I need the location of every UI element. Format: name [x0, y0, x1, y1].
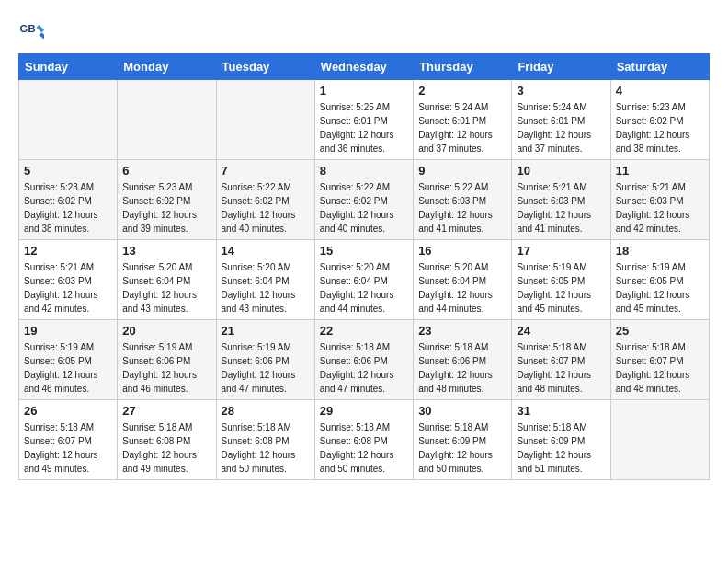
day-info: Sunrise: 5:21 AMSunset: 6:03 PMDaylight:… [517, 180, 605, 236]
day-info: Sunrise: 5:20 AMSunset: 6:04 PMDaylight:… [122, 260, 210, 316]
calendar-cell: 20Sunrise: 5:19 AMSunset: 6:06 PMDayligh… [118, 320, 216, 400]
calendar-cell: 2Sunrise: 5:24 AMSunset: 6:01 PMDaylight… [414, 80, 512, 160]
calendar-cell: 23Sunrise: 5:18 AMSunset: 6:06 PMDayligh… [414, 320, 512, 400]
day-number: 27 [122, 404, 210, 418]
day-number: 24 [517, 324, 605, 338]
calendar-cell: 11Sunrise: 5:21 AMSunset: 6:03 PMDayligh… [610, 160, 709, 240]
calendar-week-5: 26Sunrise: 5:18 AMSunset: 6:07 PMDayligh… [19, 400, 710, 480]
calendar-cell: 25Sunrise: 5:18 AMSunset: 6:07 PMDayligh… [610, 320, 709, 400]
day-number: 1 [320, 84, 408, 98]
day-info: Sunrise: 5:19 AMSunset: 6:06 PMDaylight:… [122, 340, 210, 396]
day-number: 20 [122, 324, 210, 338]
day-info: Sunrise: 5:19 AMSunset: 6:06 PMDaylight:… [222, 340, 310, 396]
calendar-week-3: 12Sunrise: 5:21 AMSunset: 6:03 PMDayligh… [19, 240, 710, 320]
day-number: 15 [320, 244, 408, 258]
day-info: Sunrise: 5:19 AMSunset: 6:05 PMDaylight:… [517, 260, 605, 316]
calendar-cell: 16Sunrise: 5:20 AMSunset: 6:04 PMDayligh… [414, 240, 512, 320]
day-number: 5 [24, 164, 112, 178]
day-info: Sunrise: 5:25 AMSunset: 6:01 PMDaylight:… [320, 100, 408, 155]
day-info: Sunrise: 5:23 AMSunset: 6:02 PMDaylight:… [122, 180, 210, 236]
calendar-cell: 31Sunrise: 5:18 AMSunset: 6:09 PMDayligh… [512, 400, 610, 480]
day-info: Sunrise: 5:22 AMSunset: 6:02 PMDaylight:… [320, 180, 408, 236]
calendar-cell: 14Sunrise: 5:20 AMSunset: 6:04 PMDayligh… [216, 240, 314, 320]
calendar-cell: 1Sunrise: 5:25 AMSunset: 6:01 PMDaylight… [314, 80, 413, 160]
calendar-week-4: 19Sunrise: 5:19 AMSunset: 6:05 PMDayligh… [19, 320, 710, 400]
day-info: Sunrise: 5:18 AMSunset: 6:09 PMDaylight:… [418, 420, 506, 476]
calendar-cell: 4Sunrise: 5:23 AMSunset: 6:02 PMDaylight… [610, 80, 709, 160]
weekday-header-monday: Monday [118, 54, 216, 80]
day-info: Sunrise: 5:18 AMSunset: 6:06 PMDaylight:… [418, 340, 506, 396]
logo: G B [18, 18, 48, 44]
calendar-cell [19, 80, 118, 160]
day-number: 11 [616, 164, 704, 178]
day-info: Sunrise: 5:18 AMSunset: 6:07 PMDaylight:… [616, 340, 704, 396]
weekday-header-saturday: Saturday [610, 54, 709, 80]
day-number: 29 [320, 404, 408, 418]
calendar-header-row: SundayMondayTuesdayWednesdayThursdayFrid… [19, 54, 710, 80]
day-number: 6 [122, 164, 210, 178]
day-number: 21 [222, 324, 310, 338]
day-info: Sunrise: 5:22 AMSunset: 6:02 PMDaylight:… [222, 180, 310, 236]
calendar-table: SundayMondayTuesdayWednesdayThursdayFrid… [18, 53, 710, 480]
calendar-cell: 29Sunrise: 5:18 AMSunset: 6:08 PMDayligh… [314, 400, 413, 480]
calendar-cell: 8Sunrise: 5:22 AMSunset: 6:02 PMDaylight… [314, 160, 413, 240]
day-number: 16 [418, 244, 506, 258]
day-info: Sunrise: 5:23 AMSunset: 6:02 PMDaylight:… [616, 100, 704, 155]
day-number: 25 [616, 324, 704, 338]
calendar-week-2: 5Sunrise: 5:23 AMSunset: 6:02 PMDaylight… [19, 160, 710, 240]
day-number: 17 [517, 244, 605, 258]
svg-marker-3 [39, 32, 44, 39]
calendar-cell: 10Sunrise: 5:21 AMSunset: 6:03 PMDayligh… [512, 160, 610, 240]
day-info: Sunrise: 5:21 AMSunset: 6:03 PMDaylight:… [616, 180, 704, 236]
calendar-cell: 9Sunrise: 5:22 AMSunset: 6:03 PMDaylight… [414, 160, 512, 240]
day-number: 8 [320, 164, 408, 178]
day-number: 28 [222, 404, 310, 418]
day-number: 7 [222, 164, 310, 178]
calendar-cell [118, 80, 216, 160]
weekday-header-tuesday: Tuesday [216, 54, 314, 80]
weekday-header-wednesday: Wednesday [314, 54, 413, 80]
day-number: 26 [24, 404, 112, 418]
day-number: 30 [418, 404, 506, 418]
day-info: Sunrise: 5:20 AMSunset: 6:04 PMDaylight:… [418, 260, 506, 316]
calendar-cell: 18Sunrise: 5:19 AMSunset: 6:05 PMDayligh… [610, 240, 709, 320]
day-info: Sunrise: 5:18 AMSunset: 6:09 PMDaylight:… [517, 420, 605, 476]
day-number: 14 [222, 244, 310, 258]
calendar-cell: 13Sunrise: 5:20 AMSunset: 6:04 PMDayligh… [118, 240, 216, 320]
calendar-cell: 15Sunrise: 5:20 AMSunset: 6:04 PMDayligh… [314, 240, 413, 320]
calendar-body: 1Sunrise: 5:25 AMSunset: 6:01 PMDaylight… [19, 80, 710, 480]
day-info: Sunrise: 5:18 AMSunset: 6:08 PMDaylight:… [122, 420, 210, 476]
weekday-header-friday: Friday [512, 54, 610, 80]
calendar-cell: 21Sunrise: 5:19 AMSunset: 6:06 PMDayligh… [216, 320, 314, 400]
day-info: Sunrise: 5:23 AMSunset: 6:02 PMDaylight:… [24, 180, 112, 236]
calendar-cell: 30Sunrise: 5:18 AMSunset: 6:09 PMDayligh… [414, 400, 512, 480]
day-number: 13 [122, 244, 210, 258]
day-number: 4 [616, 84, 704, 98]
day-info: Sunrise: 5:18 AMSunset: 6:06 PMDaylight:… [320, 340, 408, 396]
calendar-cell: 24Sunrise: 5:18 AMSunset: 6:07 PMDayligh… [512, 320, 610, 400]
calendar-week-1: 1Sunrise: 5:25 AMSunset: 6:01 PMDaylight… [19, 80, 710, 160]
day-info: Sunrise: 5:20 AMSunset: 6:04 PMDaylight:… [320, 260, 408, 316]
day-info: Sunrise: 5:24 AMSunset: 6:01 PMDaylight:… [418, 100, 506, 155]
day-info: Sunrise: 5:19 AMSunset: 6:05 PMDaylight:… [24, 340, 112, 396]
day-info: Sunrise: 5:18 AMSunset: 6:07 PMDaylight:… [517, 340, 605, 396]
weekday-header-sunday: Sunday [19, 54, 118, 80]
day-info: Sunrise: 5:20 AMSunset: 6:04 PMDaylight:… [222, 260, 310, 316]
calendar-cell: 12Sunrise: 5:21 AMSunset: 6:03 PMDayligh… [19, 240, 118, 320]
logo-icon: G B [18, 18, 44, 44]
day-number: 18 [616, 244, 704, 258]
calendar-cell: 7Sunrise: 5:22 AMSunset: 6:02 PMDaylight… [216, 160, 314, 240]
calendar-cell: 28Sunrise: 5:18 AMSunset: 6:08 PMDayligh… [216, 400, 314, 480]
day-info: Sunrise: 5:21 AMSunset: 6:03 PMDaylight:… [24, 260, 112, 316]
day-number: 22 [320, 324, 408, 338]
svg-text:G: G [19, 23, 28, 34]
calendar-cell: 17Sunrise: 5:19 AMSunset: 6:05 PMDayligh… [512, 240, 610, 320]
day-number: 9 [418, 164, 506, 178]
weekday-header-thursday: Thursday [414, 54, 512, 80]
calendar-cell: 26Sunrise: 5:18 AMSunset: 6:07 PMDayligh… [19, 400, 118, 480]
svg-text:B: B [28, 23, 36, 34]
day-number: 19 [24, 324, 112, 338]
day-number: 2 [418, 84, 506, 98]
calendar-cell [610, 400, 709, 480]
day-number: 31 [517, 404, 605, 418]
